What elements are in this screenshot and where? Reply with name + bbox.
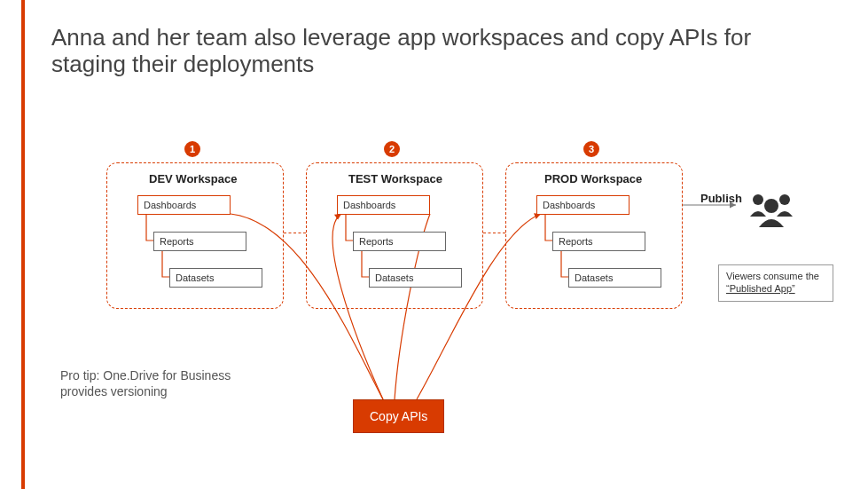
dev-reports-item: Reports xyxy=(153,232,246,251)
step-badge-2: 2 xyxy=(384,141,400,157)
people-group-icon xyxy=(745,186,798,234)
svg-point-1 xyxy=(779,194,790,205)
test-datasets-item: Datasets xyxy=(369,268,462,288)
step-badge-1: 1 xyxy=(184,141,200,157)
svg-point-0 xyxy=(753,194,763,205)
viewers-line1: Viewers consume the xyxy=(726,271,819,281)
protip-text: Pro tip: One.Drive for Business provides… xyxy=(60,368,238,399)
slide-title: Anna and her team also leverage app work… xyxy=(51,25,832,78)
dev-datasets-item: Datasets xyxy=(169,268,262,288)
publish-label: Publish xyxy=(700,192,742,205)
copy-apis-box: Copy APIs xyxy=(353,399,444,433)
step-badge-3: 3 xyxy=(583,141,599,157)
prod-dashboards-item: Dashboards xyxy=(536,195,629,215)
accent-left-bar xyxy=(21,0,25,489)
test-reports-item: Reports xyxy=(353,232,446,251)
viewers-note-box: Viewers consume the “Published App” xyxy=(718,264,833,302)
prod-reports-item: Reports xyxy=(552,232,645,251)
connector-test-prod-top xyxy=(483,233,505,233)
dev-dashboards-item: Dashboards xyxy=(137,195,231,215)
viewers-line2: “Published App” xyxy=(726,283,795,294)
prod-datasets-item: Datasets xyxy=(568,268,661,288)
svg-point-2 xyxy=(764,199,778,213)
connector-dev-test-top xyxy=(284,233,306,233)
test-dashboards-item: Dashboards xyxy=(337,195,430,215)
